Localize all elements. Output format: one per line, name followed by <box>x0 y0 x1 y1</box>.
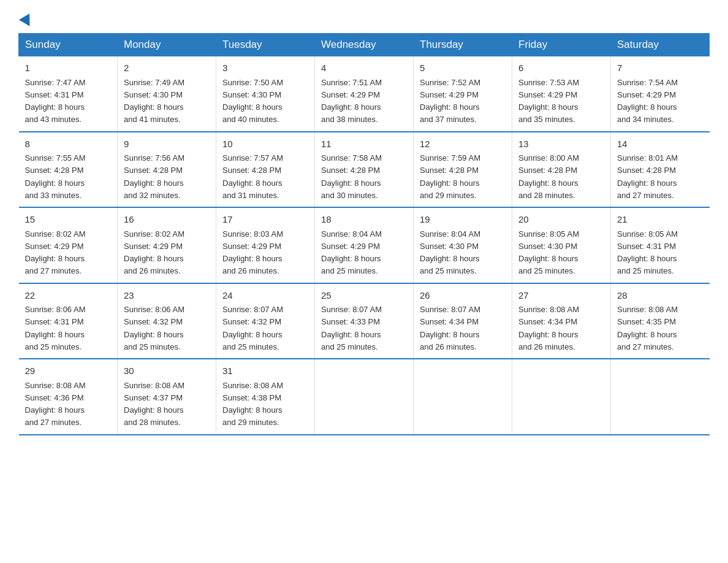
day-number: 16 <box>124 213 210 227</box>
day-number: 13 <box>518 137 604 151</box>
day-number: 25 <box>321 289 407 303</box>
calendar-cell: 3Sunrise: 7:50 AMSunset: 4:30 PMDaylight… <box>216 56 315 132</box>
calendar-cell: 31Sunrise: 8:08 AMSunset: 4:38 PMDayligh… <box>216 359 315 435</box>
logo-blue-text <box>18 16 33 27</box>
calendar-cell: 19Sunrise: 8:04 AMSunset: 4:30 PMDayligh… <box>414 207 512 283</box>
calendar-cell: 30Sunrise: 8:08 AMSunset: 4:37 PMDayligh… <box>118 359 216 435</box>
calendar-cell: 23Sunrise: 8:06 AMSunset: 4:32 PMDayligh… <box>118 283 216 359</box>
day-number: 21 <box>617 213 703 227</box>
day-number: 27 <box>518 289 604 303</box>
day-number: 26 <box>420 289 506 303</box>
day-info: Sunrise: 8:07 AMSunset: 4:32 PMDaylight:… <box>222 305 283 351</box>
calendar-cell: 7Sunrise: 7:54 AMSunset: 4:29 PMDaylight… <box>611 56 710 132</box>
col-saturday: Saturday <box>611 34 710 56</box>
day-info: Sunrise: 8:03 AMSunset: 4:29 PMDaylight:… <box>222 229 283 276</box>
day-number: 12 <box>420 137 506 151</box>
day-number: 1 <box>25 61 112 75</box>
col-friday: Friday <box>512 34 611 56</box>
day-info: Sunrise: 7:57 AMSunset: 4:28 PMDaylight:… <box>222 153 283 200</box>
col-thursday: Thursday <box>414 34 512 56</box>
calendar-week-row: 22Sunrise: 8:06 AMSunset: 4:31 PMDayligh… <box>19 283 710 359</box>
day-number: 3 <box>222 61 308 75</box>
day-info: Sunrise: 7:51 AMSunset: 4:29 PMDaylight:… <box>321 78 382 124</box>
calendar-cell: 6Sunrise: 7:53 AMSunset: 4:29 PMDaylight… <box>512 56 611 132</box>
calendar-cell: 17Sunrise: 8:03 AMSunset: 4:29 PMDayligh… <box>216 207 315 283</box>
day-number: 23 <box>124 289 210 303</box>
calendar-cell <box>414 359 512 435</box>
day-number: 30 <box>124 364 210 378</box>
calendar-week-row: 15Sunrise: 8:02 AMSunset: 4:29 PMDayligh… <box>19 207 710 283</box>
day-number: 4 <box>321 61 407 75</box>
calendar-cell: 25Sunrise: 8:07 AMSunset: 4:33 PMDayligh… <box>315 283 414 359</box>
day-number: 11 <box>321 137 407 151</box>
day-info: Sunrise: 8:04 AMSunset: 4:29 PMDaylight:… <box>321 229 382 276</box>
calendar-cell: 4Sunrise: 7:51 AMSunset: 4:29 PMDaylight… <box>315 56 414 132</box>
day-number: 14 <box>617 137 703 151</box>
calendar-cell: 2Sunrise: 7:49 AMSunset: 4:30 PMDaylight… <box>118 56 216 132</box>
day-number: 19 <box>420 213 506 227</box>
day-number: 9 <box>124 137 210 151</box>
calendar-cell: 10Sunrise: 7:57 AMSunset: 4:28 PMDayligh… <box>216 132 315 208</box>
day-info: Sunrise: 8:07 AMSunset: 4:34 PMDaylight:… <box>420 305 480 351</box>
day-number: 18 <box>321 213 407 227</box>
day-info: Sunrise: 8:04 AMSunset: 4:30 PMDaylight:… <box>420 229 480 276</box>
calendar-cell: 9Sunrise: 7:56 AMSunset: 4:28 PMDaylight… <box>118 132 216 208</box>
day-number: 15 <box>25 213 112 227</box>
calendar-cell: 16Sunrise: 8:02 AMSunset: 4:29 PMDayligh… <box>118 207 216 283</box>
day-info: Sunrise: 7:59 AMSunset: 4:28 PMDaylight:… <box>420 153 480 200</box>
col-monday: Monday <box>118 34 216 56</box>
day-info: Sunrise: 8:05 AMSunset: 4:30 PMDaylight:… <box>518 229 579 276</box>
day-number: 8 <box>25 137 112 151</box>
calendar-cell: 5Sunrise: 7:52 AMSunset: 4:29 PMDaylight… <box>414 56 512 132</box>
calendar-cell: 11Sunrise: 7:58 AMSunset: 4:28 PMDayligh… <box>315 132 414 208</box>
calendar-cell <box>315 359 414 435</box>
day-info: Sunrise: 7:47 AMSunset: 4:31 PMDaylight:… <box>25 78 86 124</box>
day-info: Sunrise: 7:52 AMSunset: 4:29 PMDaylight:… <box>420 78 480 124</box>
day-info: Sunrise: 7:58 AMSunset: 4:28 PMDaylight:… <box>321 153 382 200</box>
day-number: 22 <box>25 289 112 303</box>
day-number: 17 <box>222 213 308 227</box>
calendar-cell <box>611 359 710 435</box>
day-info: Sunrise: 8:02 AMSunset: 4:29 PMDaylight:… <box>25 229 86 276</box>
page-header <box>18 12 710 27</box>
day-info: Sunrise: 8:00 AMSunset: 4:28 PMDaylight:… <box>518 153 579 200</box>
day-number: 24 <box>222 289 308 303</box>
day-number: 28 <box>617 289 703 303</box>
calendar-cell: 15Sunrise: 8:02 AMSunset: 4:29 PMDayligh… <box>19 207 118 283</box>
calendar-cell: 29Sunrise: 8:08 AMSunset: 4:36 PMDayligh… <box>19 359 118 435</box>
day-info: Sunrise: 8:07 AMSunset: 4:33 PMDaylight:… <box>321 305 382 351</box>
calendar-cell: 13Sunrise: 8:00 AMSunset: 4:28 PMDayligh… <box>512 132 611 208</box>
day-info: Sunrise: 8:02 AMSunset: 4:29 PMDaylight:… <box>124 229 184 276</box>
day-info: Sunrise: 7:56 AMSunset: 4:28 PMDaylight:… <box>124 153 184 200</box>
day-info: Sunrise: 7:50 AMSunset: 4:30 PMDaylight:… <box>222 78 283 124</box>
calendar-week-row: 1Sunrise: 7:47 AMSunset: 4:31 PMDaylight… <box>19 56 710 132</box>
day-number: 29 <box>25 364 112 378</box>
day-info: Sunrise: 7:55 AMSunset: 4:28 PMDaylight:… <box>25 153 86 200</box>
day-info: Sunrise: 8:08 AMSunset: 4:34 PMDaylight:… <box>518 305 579 351</box>
calendar-table: Sunday Monday Tuesday Wednesday Thursday… <box>18 33 710 435</box>
calendar-cell: 12Sunrise: 7:59 AMSunset: 4:28 PMDayligh… <box>414 132 512 208</box>
calendar-cell: 1Sunrise: 7:47 AMSunset: 4:31 PMDaylight… <box>19 56 118 132</box>
calendar-cell: 28Sunrise: 8:08 AMSunset: 4:35 PMDayligh… <box>611 283 710 359</box>
day-number: 5 <box>420 61 506 75</box>
calendar-cell: 22Sunrise: 8:06 AMSunset: 4:31 PMDayligh… <box>19 283 118 359</box>
day-number: 7 <box>617 61 703 75</box>
logo <box>18 12 33 27</box>
day-info: Sunrise: 7:49 AMSunset: 4:30 PMDaylight:… <box>124 78 184 124</box>
calendar-cell: 18Sunrise: 8:04 AMSunset: 4:29 PMDayligh… <box>315 207 414 283</box>
logo-triangle-icon <box>19 13 35 29</box>
day-number: 6 <box>518 61 604 75</box>
calendar-week-row: 8Sunrise: 7:55 AMSunset: 4:28 PMDaylight… <box>19 132 710 208</box>
calendar-cell: 14Sunrise: 8:01 AMSunset: 4:28 PMDayligh… <box>611 132 710 208</box>
day-info: Sunrise: 8:08 AMSunset: 4:38 PMDaylight:… <box>222 381 283 427</box>
day-info: Sunrise: 8:06 AMSunset: 4:32 PMDaylight:… <box>124 305 184 351</box>
day-info: Sunrise: 8:06 AMSunset: 4:31 PMDaylight:… <box>25 305 86 351</box>
day-info: Sunrise: 8:08 AMSunset: 4:37 PMDaylight:… <box>124 381 184 427</box>
day-info: Sunrise: 8:08 AMSunset: 4:35 PMDaylight:… <box>617 305 678 351</box>
calendar-cell: 8Sunrise: 7:55 AMSunset: 4:28 PMDaylight… <box>19 132 118 208</box>
col-tuesday: Tuesday <box>216 34 315 56</box>
day-number: 10 <box>222 137 308 151</box>
calendar-cell: 20Sunrise: 8:05 AMSunset: 4:30 PMDayligh… <box>512 207 611 283</box>
day-info: Sunrise: 8:01 AMSunset: 4:28 PMDaylight:… <box>617 153 678 200</box>
calendar-cell: 21Sunrise: 8:05 AMSunset: 4:31 PMDayligh… <box>611 207 710 283</box>
